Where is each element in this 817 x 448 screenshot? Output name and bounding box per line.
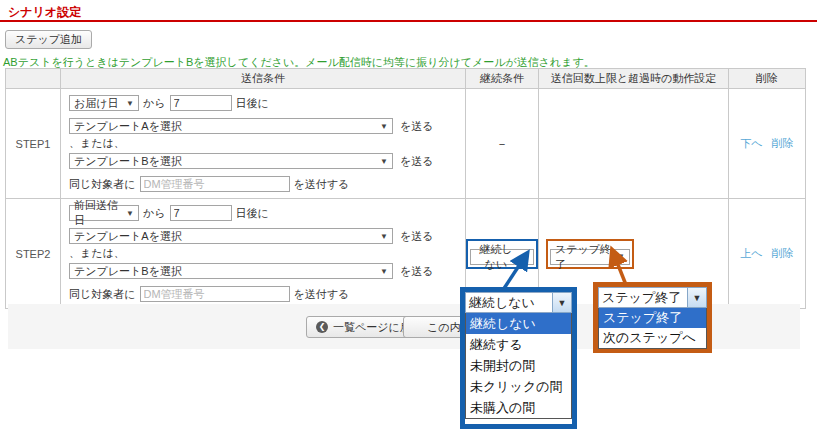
header-send-condition: 送信条件 xyxy=(61,69,466,89)
chevron-down-icon: ▼ xyxy=(380,232,388,241)
continue-dropdown-callout: 継続しない ▼ 継続しない 継続する 未開封の間 未クリックの間 未購入の間 xyxy=(460,287,577,429)
step1-template-b-select[interactable]: テンプレートBを選択 ▼ xyxy=(69,153,393,169)
attach-label: を送付する xyxy=(294,177,350,192)
step2-template-a-select[interactable]: テンプレートAを選択 ▼ xyxy=(69,228,393,244)
send-label: を送る xyxy=(400,154,434,169)
same-target-label: 同じ対象者に xyxy=(69,177,136,192)
step1-move-down-link[interactable]: 下へ xyxy=(740,137,762,149)
back-circle-icon: ❮ xyxy=(316,321,328,333)
dropdown-arrow-button[interactable]: ▼ xyxy=(552,292,572,313)
step1-dm-number-input[interactable] xyxy=(140,176,290,192)
or-label: 、または、 xyxy=(69,246,457,261)
blue-arrow xyxy=(503,255,526,290)
step2-dm-number-input[interactable] xyxy=(140,286,290,302)
step2-move-up-link[interactable]: 上へ xyxy=(740,247,762,259)
option-mikaifuu[interactable]: 未開封の間 xyxy=(466,355,571,376)
header-send-limit: 送信回数上限と超過時の動作設定 xyxy=(539,69,729,89)
step1-continue-condition: − xyxy=(466,89,539,199)
step2-days-input[interactable] xyxy=(170,205,232,221)
option-keizoku-shinai[interactable]: 継続しない xyxy=(466,313,571,334)
or-label: 、または、 xyxy=(69,136,457,151)
limit-combobox-value: ステップ終了 xyxy=(598,287,687,308)
limit-dropdown-callout: ステップ終了 ▼ ステップ終了 次のステップへ xyxy=(593,282,712,353)
option-next-step[interactable]: 次のステップへ xyxy=(599,328,706,348)
step2-timing-value: 前回送信日 xyxy=(74,198,122,228)
send-label: を送る xyxy=(400,119,434,134)
title-divider xyxy=(0,20,817,22)
send-label: を送る xyxy=(400,229,434,244)
chevron-down-icon: ▼ xyxy=(380,122,388,131)
limit-option-list: ステップ終了 次のステップへ xyxy=(598,308,707,349)
step2-timing-select[interactable]: 前回送信日 ▼ xyxy=(69,205,139,221)
continue-combobox-value: 継続しない xyxy=(465,292,552,313)
continue-option-list: 継続しない 継続する 未開封の間 未クリックの間 未購入の間 xyxy=(465,313,572,419)
step2-template-b-value: テンプレートBを選択 xyxy=(74,264,182,279)
from-label: から xyxy=(143,96,166,111)
step1-timing-value: お届け日 xyxy=(74,96,119,111)
dropdown-arrow-button[interactable]: ▼ xyxy=(687,287,707,308)
chevron-down-icon: ▼ xyxy=(126,99,134,108)
option-step-end[interactable]: ステップ終了 xyxy=(599,308,706,328)
chevron-down-icon: ▼ xyxy=(380,157,388,166)
step1-template-a-select[interactable]: テンプレートAを選択 ▼ xyxy=(69,118,393,134)
attach-label: を送付する xyxy=(294,287,350,302)
option-mikounyuu[interactable]: 未購入の間 xyxy=(466,397,571,418)
step1-template-b-value: テンプレートBを選択 xyxy=(74,154,182,169)
step1-days-input[interactable] xyxy=(170,95,232,111)
same-target-label: 同じ対象者に xyxy=(69,287,136,302)
option-mi-click[interactable]: 未クリックの間 xyxy=(466,376,571,397)
table-header-row: 送信条件 継続条件 送信回数上限と超過時の動作設定 削除 xyxy=(6,69,806,89)
header-step xyxy=(6,69,61,89)
add-step-button[interactable]: ステップ追加 xyxy=(5,30,92,49)
from-label: から xyxy=(143,206,166,221)
chevron-down-icon: ▼ xyxy=(380,267,388,276)
step2-label: STEP2 xyxy=(6,199,61,309)
header-continue-condition: 継続条件 xyxy=(466,69,539,89)
header-delete: 削除 xyxy=(729,69,806,89)
step1-limit-cell xyxy=(539,89,729,199)
step2-template-a-value: テンプレートAを選択 xyxy=(74,229,182,244)
option-keizoku-suru[interactable]: 継続する xyxy=(466,334,571,355)
limit-combobox[interactable]: ステップ終了 ▼ xyxy=(598,287,707,308)
step1-delete-link[interactable]: 削除 xyxy=(772,137,794,149)
send-label: を送る xyxy=(400,264,434,279)
step2-template-b-select[interactable]: テンプレートBを選択 ▼ xyxy=(69,263,393,279)
days-after-label: 日後に xyxy=(236,206,269,221)
step2-delete-link[interactable]: 削除 xyxy=(772,247,794,259)
table-row: STEP1 お届け日 ▼ から 日後に テンプレートAを選択 ▼ を送る 、また… xyxy=(6,89,806,199)
step1-label: STEP1 xyxy=(6,89,61,199)
page-title: シナリオ設定 xyxy=(8,4,81,21)
continue-combobox[interactable]: 継続しない ▼ xyxy=(465,292,572,313)
step1-template-a-value: テンプレートAを選択 xyxy=(74,119,182,134)
chevron-down-icon: ▼ xyxy=(126,209,134,218)
step1-timing-select[interactable]: お届け日 ▼ xyxy=(69,95,139,111)
days-after-label: 日後に xyxy=(236,96,269,111)
